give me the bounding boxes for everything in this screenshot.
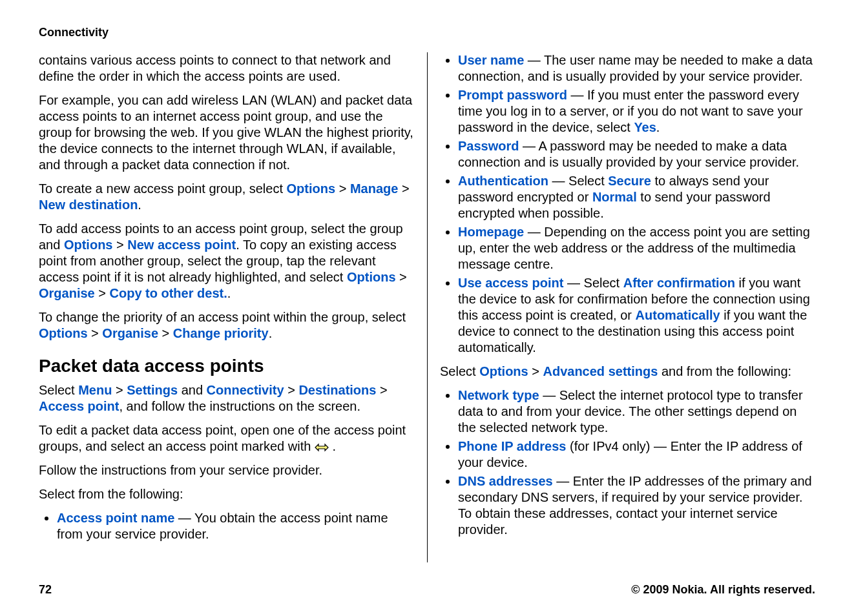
separator: >: [112, 238, 127, 252]
separator: >: [396, 270, 407, 284]
text: and: [178, 383, 206, 397]
menu-command: Options: [39, 326, 88, 340]
list-item: Access point name — You obtain the acces…: [57, 510, 414, 542]
separator: >: [398, 181, 409, 196]
option-label: Use access point: [458, 276, 563, 290]
menu-command: Advanced settings: [543, 364, 658, 378]
option-label: Phone IP address: [458, 439, 566, 453]
option-label: Network type: [458, 388, 539, 402]
option-text: .: [656, 120, 660, 134]
option-label: Access point name: [57, 511, 174, 525]
option-label: Password: [458, 139, 519, 153]
menu-command: New access point: [127, 238, 236, 252]
text: and from the following:: [658, 364, 791, 378]
menu-command: Access point: [39, 399, 119, 413]
option-list: User name — The user name may be needed …: [440, 52, 815, 356]
subsection-heading: Packet data access points: [39, 354, 414, 377]
menu-command: Settings: [127, 383, 178, 397]
page-footer: 72 © 2009 Nokia. All rights reserved.: [39, 583, 815, 597]
option-text: — Select: [548, 174, 608, 188]
content-columns: contains various access points to connec…: [39, 52, 815, 562]
page-number: 72: [39, 583, 52, 597]
list-item: Network type — Select the internet proto…: [458, 387, 815, 436]
option-label: User name: [458, 53, 524, 67]
separator: >: [284, 383, 299, 397]
text: Select: [39, 383, 78, 397]
copyright-text: © 2009 Nokia. All rights reserved.: [631, 583, 815, 597]
menu-command: Yes: [634, 120, 656, 134]
separator: >: [335, 181, 350, 196]
option-text: — Select: [563, 276, 623, 290]
packet-data-icon: [315, 439, 333, 453]
menu-command: Automatically: [636, 308, 720, 322]
paragraph: To add access points to an access point …: [39, 221, 414, 302]
list-item: DNS addresses — Enter the IP addresses o…: [458, 473, 815, 538]
list-item: Authentication — Select Secure to always…: [458, 173, 815, 221]
text: .: [138, 198, 141, 212]
option-label: DNS addresses: [458, 474, 553, 488]
text: .: [227, 286, 231, 300]
option-label: Homepage: [458, 225, 524, 239]
menu-command: After confirmation: [623, 276, 735, 290]
paragraph: To create a new access point group, sele…: [39, 181, 414, 213]
separator: >: [376, 383, 387, 397]
list-item: Use access point — Select After confirma…: [458, 275, 815, 356]
paragraph: For example, you can add wireless LAN (W…: [39, 92, 414, 173]
menu-command: Menu: [78, 383, 112, 397]
menu-command: Manage: [350, 181, 398, 196]
text: .: [332, 439, 336, 453]
menu-command: Organise: [102, 326, 158, 340]
separator: >: [158, 326, 173, 340]
text: To create a new access point group, sele…: [39, 181, 287, 196]
menu-command: Options: [287, 181, 336, 196]
option-list: Access point name — You obtain the acces…: [39, 510, 414, 542]
option-label: Prompt password: [458, 88, 567, 102]
text: .: [269, 326, 273, 340]
menu-command: Copy to other dest.: [110, 286, 227, 300]
paragraph: Select Menu > Settings and Connectivity …: [39, 382, 414, 415]
menu-command: Secure: [608, 174, 651, 188]
text: , and follow the instructions on the scr…: [119, 399, 360, 413]
list-item: Password — A password may be needed to m…: [458, 138, 815, 170]
paragraph: Follow the instructions from your servic…: [39, 462, 414, 478]
menu-command: Destinations: [298, 383, 376, 397]
paragraph: Select Options > Advanced settings and f…: [440, 364, 815, 380]
menu-command: Options: [479, 364, 528, 378]
text: To edit a packet data access point, open…: [39, 423, 406, 453]
text: To change the priority of an access poin…: [39, 310, 406, 324]
menu-command: Change priority: [173, 326, 269, 340]
section-header: Connectivity: [39, 26, 815, 39]
option-list: Network type — Select the internet proto…: [440, 387, 815, 538]
separator: >: [528, 364, 543, 378]
separator: >: [112, 383, 127, 397]
menu-command: New destination: [39, 198, 138, 212]
list-item: Phone IP address (for IPv4 only) — Enter…: [458, 438, 815, 471]
list-item: User name — The user name may be needed …: [458, 52, 815, 85]
list-item: Prompt password — If you must enter the …: [458, 87, 815, 136]
separator: >: [95, 286, 110, 300]
menu-command: Connectivity: [207, 383, 284, 397]
list-item: Homepage — Depending on the access point…: [458, 224, 815, 272]
paragraph: Select from the following:: [39, 486, 414, 502]
menu-command: Options: [64, 238, 113, 252]
separator: >: [88, 326, 103, 340]
paragraph: contains various access points to connec…: [39, 52, 414, 85]
paragraph: To change the priority of an access poin…: [39, 309, 414, 342]
paragraph: To edit a packet data access point, open…: [39, 422, 414, 455]
menu-command: Organise: [39, 286, 95, 300]
text: Select: [440, 364, 479, 378]
option-label: Authentication: [458, 174, 548, 188]
menu-command: Options: [347, 270, 396, 284]
menu-command: Normal: [592, 190, 637, 204]
manual-page: Connectivity contains various access poi…: [0, 0, 854, 616]
